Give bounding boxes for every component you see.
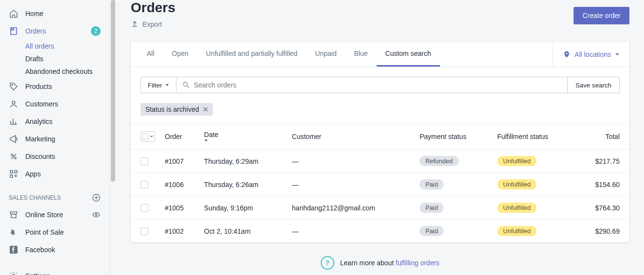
tab-all[interactable]: All: [138, 42, 163, 67]
table-row[interactable]: #1005Sunday, 9:16pmhanhdang2112@gmail.co…: [131, 196, 629, 220]
svg-rect-4: [10, 171, 13, 173]
customers-icon: [9, 99, 18, 109]
cell-date: Thursday, 6:29am: [199, 150, 287, 173]
sidebar-item-label: Online Store: [25, 211, 92, 219]
sidebar-item-online-store[interactable]: Online Store: [0, 206, 109, 223]
cell-payment: Refunded: [415, 150, 492, 173]
th-customer[interactable]: Customer: [287, 124, 415, 150]
save-search-button[interactable]: Save search: [568, 77, 620, 93]
sidebar-item-settings[interactable]: Settings: [0, 267, 109, 275]
footer-hint: ? Learn more about fulfilling orders: [131, 256, 629, 270]
svg-point-11: [183, 82, 187, 86]
sidebar-item-orders[interactable]: Orders 2: [0, 22, 109, 40]
cell-date: Oct 2, 10:41am: [199, 220, 287, 243]
location-pin-icon: [563, 51, 571, 58]
tab-open[interactable]: Open: [163, 42, 197, 67]
table-row[interactable]: #1002Oct 2, 10:41am—PaidUnfulfilled$290.…: [131, 220, 629, 243]
page-title: Orders: [131, 0, 175, 16]
sidebar-item-home[interactable]: Home: [0, 5, 109, 22]
sidebar-item-apps[interactable]: Apps: [0, 165, 109, 183]
sidebar-sub-drafts[interactable]: Drafts: [0, 52, 109, 65]
tabs: All Open Unfulfilled and partially fulfi…: [131, 42, 553, 67]
cell-date: Thursday, 6:26am: [199, 173, 287, 196]
sidebar-sub-all-orders[interactable]: All orders: [0, 40, 109, 52]
th-order[interactable]: Order: [160, 124, 199, 150]
marketing-icon: [9, 134, 18, 144]
home-icon: [9, 9, 18, 18]
page-header: Orders Export Create order: [131, 0, 629, 28]
facebook-icon: [9, 245, 18, 255]
cell-fulfillment: Unfulfilled: [492, 196, 576, 220]
table-row[interactable]: #1006Thursday, 6:26am—PaidUnfulfilled$15…: [131, 173, 629, 196]
view-store-icon[interactable]: [92, 210, 101, 219]
th-fulfillment[interactable]: Fulfillment status: [492, 124, 576, 150]
export-button[interactable]: Export: [131, 20, 175, 28]
cell-date: Sunday, 9:16pm: [199, 196, 287, 220]
tabs-row: All Open Unfulfilled and partially fulfi…: [131, 42, 629, 67]
sidebar-item-label: Analytics: [25, 118, 101, 125]
cell-payment: Paid: [415, 173, 492, 196]
sidebar-item-label: Marketing: [25, 135, 101, 143]
tab-custom-search[interactable]: Custom search: [377, 42, 440, 67]
sidebar-item-marketing[interactable]: Marketing: [0, 130, 109, 148]
table-row[interactable]: #1007Thursday, 6:29am—RefundedUnfulfille…: [131, 150, 629, 173]
remove-filter-icon[interactable]: [203, 107, 208, 112]
sidebar-item-label: Home: [25, 10, 101, 17]
sidebar-item-discounts[interactable]: Discounts: [0, 148, 109, 165]
filter-row: Filter Save search: [131, 67, 629, 103]
export-icon: [131, 20, 139, 28]
row-checkbox[interactable]: [140, 227, 148, 235]
svg-point-8: [95, 214, 97, 216]
footer-link[interactable]: fulfilling orders: [396, 259, 439, 267]
cell-total: $217.75: [575, 150, 629, 173]
sales-channels-header: SALES CHANNELS: [0, 189, 109, 206]
th-payment[interactable]: Payment status: [415, 124, 492, 150]
pos-icon: [9, 227, 18, 237]
th-date[interactable]: Date: [199, 124, 287, 150]
sidebar-item-label: Point of Sale: [25, 228, 101, 236]
search-input[interactable]: [194, 77, 561, 93]
sidebar-item-label: Apps: [25, 170, 101, 178]
tab-unpaid[interactable]: Unpaid: [306, 42, 345, 67]
analytics-icon: [9, 117, 18, 126]
sidebar-sub-abandoned[interactable]: Abandoned checkouts: [0, 65, 109, 78]
online-store-icon: [9, 210, 18, 220]
sidebar-item-customers[interactable]: Customers: [0, 95, 109, 113]
orders-icon: [9, 26, 18, 36]
orders-card: All Open Unfulfilled and partially fulfi…: [131, 42, 629, 242]
row-checkbox[interactable]: [140, 204, 148, 212]
filter-button[interactable]: Filter: [140, 77, 176, 93]
row-checkbox[interactable]: [140, 157, 148, 165]
sidebar-item-label: Customers: [25, 100, 101, 108]
cell-fulfillment: Unfulfilled: [492, 150, 576, 173]
add-channel-icon[interactable]: [92, 193, 101, 202]
sidebar-item-products[interactable]: Products: [0, 78, 109, 95]
sidebar-item-facebook[interactable]: Facebook: [0, 241, 109, 258]
settings-icon: [9, 271, 18, 275]
sidebar-item-label: Orders: [25, 27, 91, 35]
export-label: Export: [142, 20, 162, 28]
products-icon: [9, 82, 18, 91]
create-order-button[interactable]: Create order: [574, 7, 629, 24]
svg-point-2: [11, 154, 13, 156]
location-selector[interactable]: All locations: [553, 42, 629, 67]
chevron-down-icon: [165, 83, 169, 87]
cell-total: $764.30: [575, 196, 629, 220]
svg-point-3: [14, 157, 16, 159]
filter-tag: Status is archived: [140, 103, 213, 116]
footer-text: Learn more about: [340, 259, 396, 267]
tab-unfulfilled[interactable]: Unfulfilled and partially fulfilled: [197, 42, 306, 67]
sidebar-item-pos[interactable]: Point of Sale: [0, 223, 109, 241]
filter-label: Filter: [148, 82, 162, 89]
sidebar-item-analytics[interactable]: Analytics: [0, 113, 109, 130]
sort-desc-icon: [204, 138, 282, 142]
sidebar-item-label: Products: [25, 83, 101, 90]
th-total[interactable]: Total: [575, 124, 629, 150]
sidebar-scrollbar[interactable]: [109, 0, 116, 275]
select-all-checkbox[interactable]: [140, 131, 155, 142]
row-checkbox[interactable]: [140, 181, 148, 189]
cell-payment: Paid: [415, 196, 492, 220]
tab-blue[interactable]: Blue: [346, 42, 377, 67]
cell-customer: —: [287, 173, 415, 196]
cell-customer: hanhdang2112@gmail.com: [287, 196, 415, 220]
